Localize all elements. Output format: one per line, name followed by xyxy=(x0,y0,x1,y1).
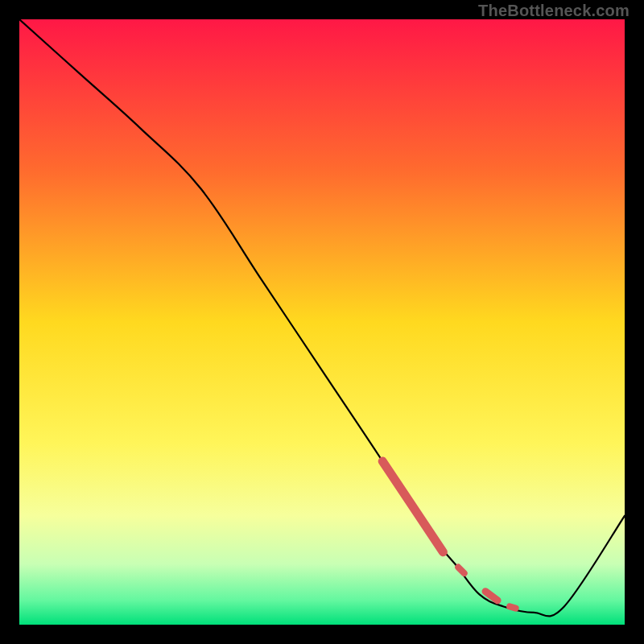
chart-background xyxy=(19,19,625,625)
plot-area xyxy=(19,19,625,625)
watermark-text: TheBottleneck.com xyxy=(478,2,630,20)
highlight-segment xyxy=(458,568,464,574)
chart-container: TheBottleneck.com xyxy=(0,0,644,644)
highlight-segment xyxy=(510,606,516,608)
chart-svg xyxy=(19,19,625,625)
